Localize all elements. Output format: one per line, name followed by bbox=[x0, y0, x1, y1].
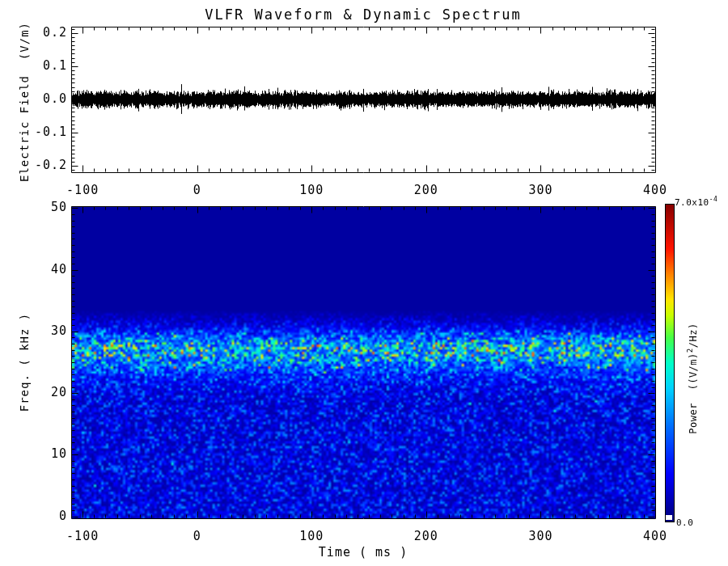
spectrum-y-tick-label: 30 bbox=[51, 325, 67, 337]
colorbar-max-exponent: -4 bbox=[709, 196, 718, 203]
waveform-y-tick-label: -0.2 bbox=[35, 159, 67, 171]
spectrum-x-tick-label: -100 bbox=[66, 530, 99, 543]
spectrum-x-tick-label: 300 bbox=[528, 530, 552, 543]
waveform-x-tick-label: 200 bbox=[414, 184, 438, 196]
waveform-x-tick-label: -100 bbox=[66, 184, 99, 196]
colorbar-axis-label: Power ((V/m)2/Hz) bbox=[686, 323, 699, 433]
spectrum-y-axis-label: Freq. ( kHz ) bbox=[18, 313, 31, 412]
colorbar-max-base: 7.0x10 bbox=[675, 197, 709, 208]
waveform-y-tick-label: -0.1 bbox=[35, 126, 67, 138]
spectrum-x-tick-label: 200 bbox=[414, 530, 438, 543]
spectrum-x-tick-label: 100 bbox=[299, 530, 324, 543]
colorbar-label-post: /Hz) bbox=[688, 323, 699, 348]
colorbar-min-label: 0.0 bbox=[676, 517, 693, 528]
spectrum-y-tick-label: 20 bbox=[51, 386, 67, 399]
waveform-y-tick-label: 0.0 bbox=[43, 93, 67, 105]
plot-canvas bbox=[0, 0, 728, 566]
waveform-y-tick-label: 0.2 bbox=[43, 27, 67, 39]
waveform-x-tick-label: 100 bbox=[299, 184, 324, 196]
colorbar-zero-notch bbox=[666, 515, 672, 520]
waveform-x-tick-label: 0 bbox=[193, 184, 201, 196]
chart-title: VLFR Waveform & Dynamic Spectrum bbox=[71, 6, 655, 23]
spectrum-y-tick-label: 40 bbox=[51, 264, 67, 276]
waveform-y-axis-label: Electric Field (V/m) bbox=[18, 22, 31, 182]
waveform-x-tick-label: 400 bbox=[643, 184, 667, 196]
spectrum-y-tick-label: 0 bbox=[59, 510, 67, 522]
waveform-x-tick-label: 300 bbox=[528, 184, 552, 196]
colorbar-label-superscript: 2 bbox=[686, 348, 694, 353]
waveform-y-tick-label: 0.1 bbox=[43, 60, 67, 72]
spectrum-y-tick-label: 10 bbox=[51, 448, 67, 460]
colorbar-label-pre: Power ((V/m) bbox=[688, 353, 699, 433]
colorbar-max-label: 7.0x10-4 bbox=[675, 196, 717, 208]
time-axis-label: Time ( ms ) bbox=[71, 545, 655, 560]
spectrum-x-tick-label: 400 bbox=[643, 530, 667, 543]
figure: VLFR Waveform & Dynamic Spectrum Electri… bbox=[0, 0, 728, 566]
spectrum-x-tick-label: 0 bbox=[193, 530, 201, 543]
spectrum-y-tick-label: 50 bbox=[51, 201, 67, 213]
colorbar bbox=[665, 204, 675, 522]
